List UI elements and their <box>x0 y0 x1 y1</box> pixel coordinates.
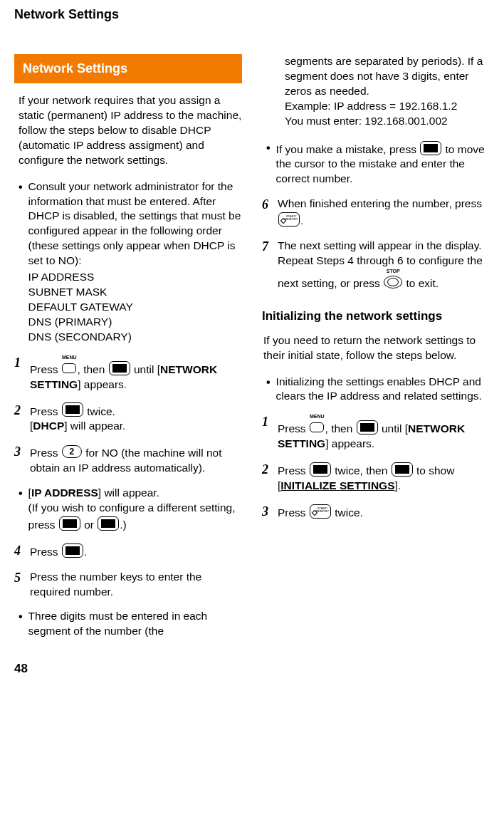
text: When finished entering the number, press <box>278 197 482 209</box>
init-step-1: 1 Press MENU, then until [NETWORK SETTIN… <box>262 414 490 452</box>
nav-up-key-icon <box>59 516 80 531</box>
step-body: Press . <box>30 543 242 560</box>
bullet-init-enables: • Initializing the settings enables DHCP… <box>266 375 490 405</box>
step-body: Press MENU, then until [NETWORK SETTING]… <box>278 414 490 452</box>
step-3: 3 Press 2 for NO (the machine will not o… <box>14 444 242 476</box>
term-dhcp: DHCP <box>33 420 64 432</box>
text: segments are separated by periods). If a… <box>285 55 483 97</box>
step-body: Press 2 for NO (the machine will not obt… <box>30 444 242 476</box>
text: If you make a mistake, press <box>276 143 420 155</box>
text: ] will appear. <box>98 487 159 499</box>
text: Press <box>278 464 309 477</box>
two-column-layout: Network Settings If your network require… <box>14 54 490 649</box>
text: or <box>81 519 97 531</box>
bullet-ip-address: • [IP ADDRESS] will appear. (If you wish… <box>19 486 242 533</box>
menu-label: MENU <box>62 355 77 360</box>
text: ] appears. <box>325 437 374 449</box>
stop-key-icon: STOP <box>384 269 402 289</box>
bullet-body: Consult your network administrator for t… <box>28 180 242 345</box>
step-number: 1 <box>14 355 30 392</box>
text: ]. <box>394 479 401 491</box>
init-step-3: 3 Press START/MEMORY twice. <box>262 504 490 521</box>
page-header: Network Settings <box>14 7 490 22</box>
text: . <box>300 214 303 227</box>
step-body: Press START/MEMORY twice. <box>278 504 490 521</box>
step-body: Press MENU, then until [NETWORK SETTING]… <box>30 355 242 392</box>
start-key-icon: START/MEMORY <box>278 212 300 227</box>
menu-label: MENU <box>310 414 325 419</box>
nav-right-key-icon <box>357 420 378 435</box>
text: Press <box>30 447 61 459</box>
text: Example: IP address = 192.168.1.2 <box>285 100 457 112</box>
text: to exit. <box>403 277 439 289</box>
list-item: DNS (SECONDARY) <box>28 330 242 345</box>
step-body: Press the number keys to enter the requi… <box>30 570 242 600</box>
intro-paragraph: If your network requires that you assign… <box>19 93 242 168</box>
step-number: 6 <box>262 197 278 229</box>
list-item: DNS (PRIMARY) <box>28 315 242 330</box>
step-number: 3 <box>14 444 30 476</box>
text: twice. <box>332 506 363 519</box>
text: , then <box>78 363 108 375</box>
step-number: 2 <box>262 462 278 494</box>
init-step-2: 2 Press twice, then to show [INITIALIZE … <box>262 462 490 494</box>
step-body: When finished entering the number, press… <box>278 197 490 229</box>
text: until [ <box>379 422 408 435</box>
term-ip-address: IP ADDRESS <box>31 487 98 499</box>
text: Press <box>278 506 309 519</box>
section-title: Network Settings <box>14 54 242 83</box>
bullet-consult: • Consult your network administrator for… <box>19 180 242 345</box>
right-column: segments are separated by periods). If a… <box>262 54 490 649</box>
text: You must enter: 192.168.001.002 <box>285 115 448 127</box>
text: Press <box>30 405 61 417</box>
bullet-icon: • <box>266 375 271 405</box>
text: , then <box>325 422 356 435</box>
left-column: Network Settings If your network require… <box>14 54 242 649</box>
init-intro: If you need to return the network settin… <box>263 333 490 363</box>
step-7: 7 The next setting will appear in the di… <box>262 239 490 291</box>
text: Press <box>278 422 309 435</box>
text: Press <box>30 363 61 375</box>
bullet-icon: • <box>266 140 271 187</box>
step-number: 7 <box>262 239 278 291</box>
menu-key-icon: MENU <box>310 414 325 435</box>
text: The next setting will appear in the disp… <box>278 239 483 289</box>
step-number: 2 <box>14 402 30 435</box>
bullet-icon: • <box>19 180 23 345</box>
text: twice, then <box>332 464 391 477</box>
bullet-mistake: • If you make a mistake, press to move t… <box>266 140 490 187</box>
term-initialize-settings: INITIALIZE SETTINGS <box>280 479 394 491</box>
numpad-2-key-icon: 2 <box>62 444 82 459</box>
step-number: 1 <box>262 414 278 452</box>
stop-label: STOP <box>384 269 402 274</box>
text: ] appears. <box>78 378 127 390</box>
subsection-title: Initializing the network settings <box>262 308 490 325</box>
bullet-icon: • <box>19 486 23 533</box>
step-body: The next setting will appear in the disp… <box>278 239 490 291</box>
text: until [ <box>131 363 160 375</box>
bullet-icon: • <box>19 609 23 639</box>
bullet-three-digits: • Three digits must be entered in each s… <box>19 609 242 639</box>
text: ] will appear. <box>64 420 125 432</box>
text: . <box>84 546 87 558</box>
step-number: 4 <box>14 543 30 560</box>
bullet-text: Consult your network administrator for t… <box>28 180 241 267</box>
continued-text: segments are separated by periods). If a… <box>285 54 490 129</box>
bullet-body: Three digits must be entered in each seg… <box>28 609 242 639</box>
step-5: 5 Press the number keys to enter the req… <box>14 570 242 600</box>
step-body: Press twice. [DHCP] will appear. <box>30 402 242 435</box>
step-body: Press twice, then to show [INITIALIZE SE… <box>278 462 490 494</box>
bullet-body: [IP ADDRESS] will appear. (If you wish t… <box>28 486 242 533</box>
list-item: DEFAULT GATEWAY <box>28 300 242 315</box>
text: twice. <box>84 405 115 417</box>
nav-right-key-icon <box>62 402 83 417</box>
settings-list: IP ADDRESS SUBNET MASK DEFAULT GATEWAY D… <box>28 270 242 345</box>
page-number: 48 <box>14 662 490 676</box>
bullet-body: Initializing the settings enables DHCP a… <box>276 375 490 405</box>
bullet-body: If you make a mistake, press to move the… <box>276 140 490 187</box>
nav-down-key-icon <box>98 516 119 531</box>
nav-right-key-icon <box>62 543 83 558</box>
step-number: 3 <box>262 504 278 521</box>
text: .) <box>120 519 126 531</box>
step-6: 6 When finished entering the number, pre… <box>262 197 490 229</box>
